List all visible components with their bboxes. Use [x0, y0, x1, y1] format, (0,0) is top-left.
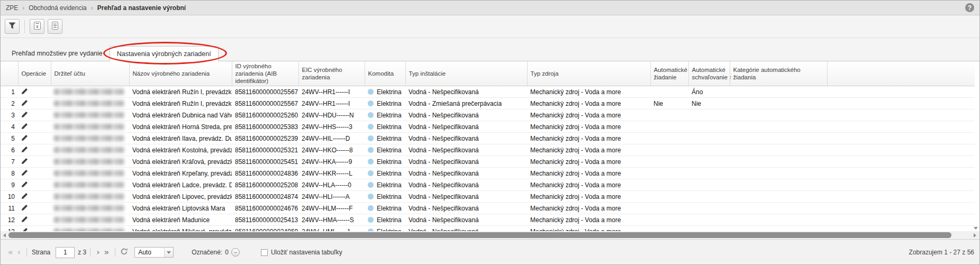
auto-request-cell	[650, 133, 688, 144]
refresh-button[interactable]	[120, 248, 128, 257]
device-id-cell: 858116000000025321	[232, 144, 298, 156]
last-page-button[interactable]: »	[102, 249, 111, 257]
table-row[interactable]: 3Vodná elektráreň Dubnica nad Váhom85811…	[1, 109, 975, 121]
table-row[interactable]: 1Vodná elektráreň Ružín I, prevádzk. ...…	[1, 86, 975, 98]
column-header[interactable]: Typ inštalácie	[405, 61, 527, 86]
auto-approval-cell	[688, 203, 730, 214]
edit-pencil-icon[interactable]	[21, 89, 28, 96]
auto-request-category-cell	[730, 98, 827, 109]
table-row[interactable]: 13Vodná elektráreň Mikšová, prevádzká...…	[1, 226, 975, 232]
edit-pencil-icon[interactable]	[21, 147, 28, 154]
operations-cell	[18, 226, 51, 232]
table-row[interactable]: 11Vodná elektráreň Liptovská Mara8581160…	[1, 203, 975, 214]
auto-request-category-cell	[730, 168, 827, 179]
edit-pencil-icon[interactable]	[21, 135, 28, 143]
first-page-button[interactable]: «	[6, 249, 15, 257]
commodity-cell: Elektrina	[365, 109, 405, 121]
filter-button[interactable]	[5, 19, 20, 34]
column-header[interactable]: ID výrobného zariadenia (AIB identifikát…	[232, 61, 298, 86]
electricity-dot-icon	[368, 112, 374, 118]
commodity-cell: Elektrina	[365, 191, 405, 203]
edit-pencil-icon[interactable]	[21, 124, 28, 131]
table-row[interactable]: 2Vodná elektráreň Ružín I, prevádzk. ...…	[1, 98, 975, 109]
export-excel-button[interactable]: x	[30, 19, 44, 34]
row-number-cell: 4	[1, 121, 18, 133]
account-holder-cell	[51, 144, 129, 156]
auto-request-cell	[650, 168, 688, 179]
commodity-label: Elektrina	[377, 193, 402, 200]
page-label: Strana	[32, 249, 50, 256]
column-header-label: Operácie	[22, 70, 47, 77]
commodity-label: Elektrina	[377, 100, 402, 107]
commodity-cell: Elektrina	[365, 133, 405, 144]
page-size-select[interactable]: Auto	[134, 247, 174, 258]
export-document-button[interactable]	[48, 19, 62, 34]
column-header[interactable]: Kategórie automatického žiadania	[730, 61, 827, 86]
table-row[interactable]: 5Vodná elektráreň Ilava, prevádz. Dub...…	[1, 133, 975, 144]
column-header[interactable]: EIC výrobného zariadenia	[298, 61, 365, 86]
edit-pencil-icon[interactable]	[21, 205, 28, 213]
column-header[interactable]: Typ zdroja	[527, 61, 650, 86]
commodity-cell: Elektrina	[365, 86, 405, 98]
eic-cell: 24WV--HR1------I	[298, 98, 365, 109]
auto-request-cell	[650, 191, 688, 203]
table-row[interactable]: 9Vodná elektráreň Ladce, prevádz. Du...8…	[1, 179, 975, 191]
table-row[interactable]: 12Vodná elektráreň Madunice8581160000000…	[1, 214, 975, 226]
table-row[interactable]: 6Vodná elektráreň Kostolná, prevádz. ...…	[1, 144, 975, 156]
column-header[interactable]: Názov výrobného zariadenia	[129, 61, 232, 86]
operations-cell	[18, 191, 51, 203]
account-holder-cell	[51, 168, 129, 179]
scroll-right-arrow[interactable]	[971, 231, 978, 239]
commodity-cell: Elektrina	[365, 98, 405, 109]
commodity-label: Elektrina	[377, 205, 402, 212]
scroll-left-arrow[interactable]	[1, 231, 8, 239]
column-header[interactable]: Automatické žiadanie	[650, 61, 688, 86]
edit-pencil-icon[interactable]	[21, 182, 28, 189]
column-header[interactable]: Komodita	[365, 61, 405, 86]
table-row[interactable]: 4Vodná elektráreň Horná Streda, prev...8…	[1, 121, 975, 133]
auto-approval-cell	[688, 144, 730, 156]
account-holder-cell	[51, 203, 129, 214]
blurred-account-holder	[54, 194, 124, 199]
tab-active[interactable]: Nastavenia výrobných zariadení	[110, 46, 219, 61]
horizontal-scrollbar[interactable]	[1, 231, 979, 239]
auto-request-category-cell	[730, 86, 827, 98]
table-row[interactable]: 10Vodná elektráreň Lipovec, prevádzka...…	[1, 191, 975, 203]
help-icon[interactable]: ?	[965, 3, 974, 12]
edit-pencil-icon[interactable]	[21, 159, 28, 166]
auto-approval-cell	[688, 214, 730, 226]
edit-pencil-icon[interactable]	[21, 170, 28, 178]
table-row[interactable]: 8Vodná elektráreň Krpeľany, prevádzk...8…	[1, 168, 975, 179]
vertical-scrollbar-down-arrow[interactable]	[974, 227, 978, 230]
blurred-account-holder	[54, 217, 124, 223]
column-header[interactable]: Držiteľ účtu	[51, 61, 129, 86]
breadcrumb-item[interactable]: ZPE	[6, 4, 18, 12]
edit-pencil-icon[interactable]	[21, 217, 28, 224]
table-row[interactable]: 7Vodná elektráreň Kráľová, prevádzká...8…	[1, 156, 975, 168]
horizontal-scrollbar-thumb[interactable]	[8, 232, 951, 238]
edit-pencil-icon[interactable]	[21, 112, 28, 120]
column-header[interactable]: Automatické schvaľovanie↑	[688, 61, 730, 86]
page-number-input[interactable]	[56, 247, 75, 258]
edit-pencil-icon[interactable]	[21, 100, 28, 108]
save-table-settings-checkbox[interactable]	[261, 249, 268, 256]
commodity-cell: Elektrina	[365, 214, 405, 226]
source-type-cell: Mechanický zdroj - Voda a more	[527, 133, 650, 144]
help-glyph: ?	[968, 4, 972, 12]
installation-type-cell: Vodná - Nešpecifikovaná	[405, 179, 527, 191]
operations-cell	[18, 86, 51, 98]
device-name-cell: Vodná elektráreň Ružín I, prevádzk. ...	[129, 86, 232, 98]
next-page-button[interactable]: ›	[94, 249, 102, 257]
breadcrumb-item[interactable]: Obchodná evidencia	[29, 4, 86, 12]
deselect-all-icon[interactable]: −	[231, 248, 240, 257]
operations-cell	[18, 179, 51, 191]
tab-inactive[interactable]: Prehľad množstiev pre vydanie	[5, 46, 110, 61]
previous-page-button[interactable]: ‹	[15, 249, 23, 257]
column-header[interactable]: Operácie	[18, 61, 51, 86]
electricity-dot-icon	[368, 217, 374, 223]
column-header-label: Komodita	[368, 70, 394, 77]
row-number-cell: 13	[1, 226, 18, 232]
device-name-cell: Vodná elektráreň Liptovská Mara	[129, 203, 232, 214]
edit-pencil-icon[interactable]	[21, 194, 28, 201]
device-name-cell: Vodná elektráreň Dubnica nad Váhom	[129, 109, 232, 121]
